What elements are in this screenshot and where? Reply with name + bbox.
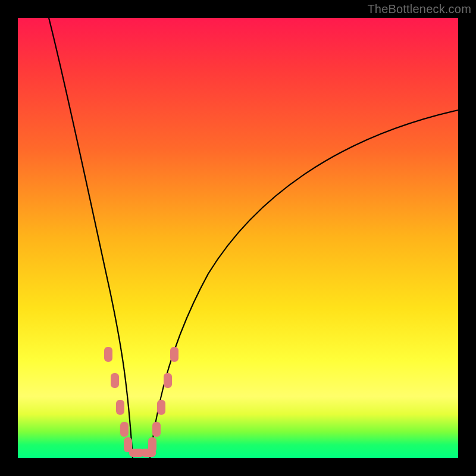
marker — [120, 422, 129, 437]
curve-layer — [18, 18, 458, 458]
watermark-text: TheBottleneck.com — [367, 2, 471, 16]
marker — [157, 400, 165, 415]
left-branch-curve — [49, 18, 133, 458]
marker — [152, 422, 161, 437]
marker — [116, 400, 124, 415]
marker-group — [104, 347, 178, 457]
marker — [111, 373, 119, 388]
marker — [148, 437, 156, 452]
marker — [104, 347, 112, 362]
chart-frame: TheBottleneck.com — [0, 0, 476, 476]
right-branch-curve — [150, 110, 458, 458]
marker — [170, 347, 178, 362]
plot-area — [18, 18, 458, 458]
marker — [164, 373, 172, 388]
